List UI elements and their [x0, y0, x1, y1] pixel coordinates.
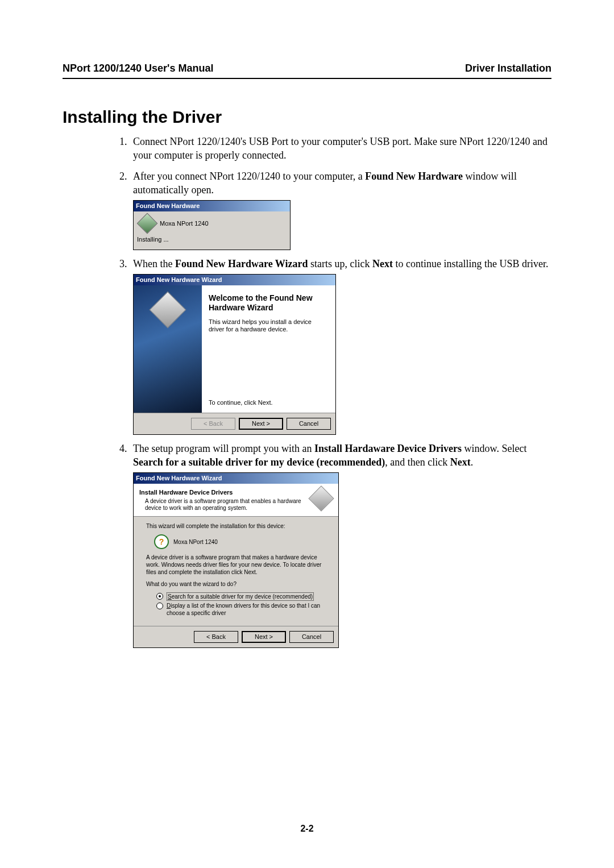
wizard2-head-icon [308, 486, 334, 512]
page-header: NPort 1200/1240 User's Manual Driver Ins… [63, 63, 551, 79]
wizard-welcome-dialog: Found New Hardware Wizard Welcome to the… [133, 274, 336, 435]
radio-icon [156, 593, 163, 600]
section-title: Installing the Driver [63, 107, 551, 127]
step-4: The setup program will prompt you with a… [130, 442, 551, 648]
wizard1-sidebar [134, 285, 202, 413]
step-2: After you connect NPort 1220/1240 to you… [130, 169, 551, 250]
wizard2-line1: This wizard will complete the installati… [146, 522, 326, 530]
device-icon [139, 216, 155, 231]
wizard2-paragraph: A device driver is a software program th… [146, 554, 326, 576]
back-button[interactable]: < Back [194, 631, 238, 643]
wizard1-continue: To continue, click Next. [209, 398, 273, 407]
wizard1-heading: Welcome to the Found New Hardware Wizard [209, 293, 329, 313]
step-2-text-b: Found New Hardware [365, 171, 463, 182]
step-4-text-b: Install Hardaware Device Drivers [314, 443, 462, 454]
back-button: < Back [191, 418, 235, 430]
step-1: Connect NPort 1220/1240's USB Port to yo… [130, 135, 551, 163]
wizard1-text: This wizard helps you install a device d… [209, 318, 329, 333]
step-4-text-d: Search for a suitable driver for my devi… [133, 456, 385, 468]
steps-list: Connect NPort 1220/1240's USB Port to yo… [114, 135, 551, 648]
next-button[interactable]: Next > [242, 631, 286, 643]
step-2-text-a: After you connect NPort 1220/1240 to you… [133, 171, 365, 182]
found-new-hardware-popup: Found New Hardware Moxa NPort 1240 Insta… [133, 200, 291, 250]
wizard2-head-title: Install Hardware Device Drivers [139, 488, 310, 497]
wizard2-device: Moxa NPort 1240 [173, 538, 218, 546]
wizard2-titlebar: Found New Hardware Wizard [134, 473, 338, 484]
radio-option-display-list[interactable]: Display a list of the known drivers for … [156, 602, 326, 617]
step-3-text-e: to continue installing the USB driver. [393, 258, 548, 269]
step-3-text-d: Next [372, 258, 393, 269]
cancel-button[interactable]: Cancel [289, 631, 334, 643]
popup-device-name: Moxa NPort 1240 [160, 219, 209, 228]
next-button[interactable]: Next > [239, 418, 283, 430]
opt1-label: earch for a suitable driver for my devic… [172, 593, 313, 600]
page-number: 2-2 [0, 824, 614, 834]
step-1-text: Connect NPort 1220/1240's USB Port to yo… [133, 136, 547, 161]
step-4-text-e: , and then click [385, 456, 450, 468]
radio-icon [156, 603, 163, 609]
popup-status: Installing ... [137, 235, 287, 244]
step-3-text-a: When the [133, 258, 175, 269]
wizard1-titlebar: Found New Hardware Wizard [134, 275, 335, 285]
step-3: When the Found New Hardware Wizard start… [130, 257, 551, 435]
wizard2-head-sub: A device driver is a software program th… [145, 498, 310, 512]
header-left: NPort 1200/1240 User's Manual [63, 63, 213, 74]
step-4-text-f: Next [450, 456, 471, 468]
popup-title: Found New Hardware [134, 201, 290, 211]
step-4-text-c: window. Select [462, 443, 526, 454]
opt1-accel: S [168, 593, 172, 600]
wizard-install-drivers-dialog: Found New Hardware Wizard Install Hardwa… [133, 472, 339, 648]
radio-option-search[interactable]: Search for a suitable driver for my devi… [156, 592, 326, 601]
step-4-text-g: . [471, 456, 474, 468]
header-right: Driver Installation [465, 63, 551, 74]
cancel-button[interactable]: Cancel [287, 418, 331, 430]
step-4-text-a: The setup program will prompt you with a… [133, 443, 314, 454]
step-3-text-c: starts up, click [308, 258, 372, 269]
opt2-label: isplay a list of the known drivers for t… [167, 603, 320, 616]
step-3-text-b: Found New Hardware Wizard [175, 258, 308, 269]
wizard1-side-icon [149, 291, 186, 328]
wizard2-question: What do you want the wizard to do? [146, 580, 326, 588]
question-icon: ? [154, 534, 169, 549]
